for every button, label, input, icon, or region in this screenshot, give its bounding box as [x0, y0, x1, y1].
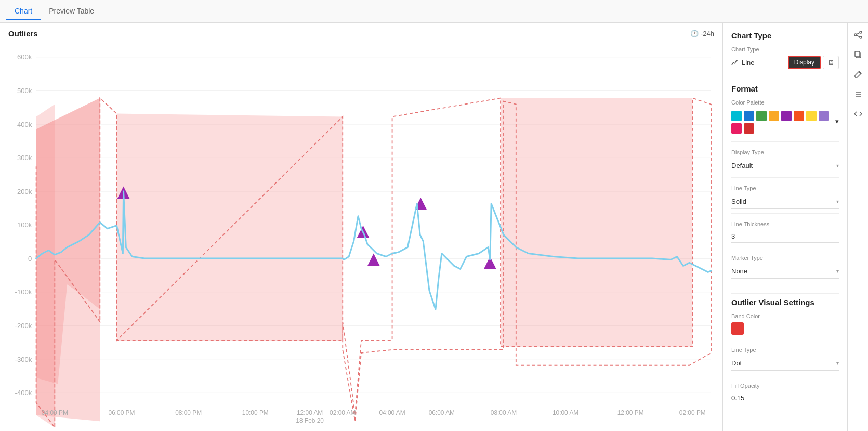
chart-svg-container: 600k 500k 400k 300k 200k 100k 0 -100k -2…	[8, 42, 714, 431]
format-line-type-select[interactable]: Solid ▾	[731, 194, 839, 209]
chart-type-section: Chart Type Chart Type Line Display 🖥	[731, 31, 839, 69]
band-color-swatch[interactable]	[731, 322, 744, 335]
display-button[interactable]: Display	[788, 56, 821, 69]
marker-type-chevron: ▾	[836, 268, 839, 274]
marker-type-label: Marker Type	[731, 255, 839, 261]
list-icon-btn[interactable]	[850, 86, 866, 102]
svg-text:08:00 AM: 08:00 AM	[491, 409, 517, 416]
svg-text:10:00 PM: 10:00 PM	[242, 409, 269, 416]
chart-type-buttons: Display 🖥	[788, 56, 839, 69]
outlier-line-type-value: Dot	[731, 359, 742, 367]
color-swatch-4[interactable]	[781, 111, 792, 121]
svg-text:100k: 100k	[17, 221, 32, 229]
svg-point-40	[860, 31, 862, 33]
svg-text:-300k: -300k	[15, 356, 32, 363]
clock-icon: 🕐	[690, 30, 699, 37]
tabs-bar: Chart Preview Table	[0, 0, 868, 23]
chart-area: Outliers 🕐 -24h 600k 500k 400k 300k 200k	[0, 23, 722, 431]
chart-timerange: 🕐 -24h	[690, 30, 714, 37]
display-type-select[interactable]: Default ▾	[731, 159, 839, 173]
chart-header: Outliers 🕐 -24h	[8, 29, 714, 38]
marker-type-value: None	[731, 267, 747, 275]
svg-text:12:00 AM: 12:00 AM	[297, 409, 323, 416]
chart-type-field-label: Chart Type	[731, 46, 839, 53]
tab-chart[interactable]: Chart	[6, 3, 41, 20]
settings-panel: Chart Type Chart Type Line Display 🖥	[723, 23, 847, 431]
svg-text:0: 0	[28, 255, 32, 263]
line-thickness-row: Line Thickness 3	[731, 221, 839, 247]
outlier-line-type-chevron: ▾	[836, 360, 839, 366]
line-thickness-label: Line Thickness	[731, 221, 839, 227]
svg-marker-24	[367, 254, 380, 266]
color-swatch-6[interactable]	[806, 111, 817, 121]
color-swatch-2[interactable]	[756, 111, 767, 121]
svg-text:600k: 600k	[17, 53, 32, 61]
code-icon-btn[interactable]	[850, 106, 866, 122]
chart-type-value: Line	[742, 59, 755, 67]
monitor-button[interactable]: 🖥	[823, 56, 839, 69]
color-swatch-0[interactable]	[731, 111, 742, 121]
svg-text:04:00 PM: 04:00 PM	[42, 409, 68, 416]
color-palette-swatches: ▾	[731, 109, 839, 137]
svg-text:04:00 AM: 04:00 AM	[379, 409, 405, 416]
color-palette-label: Color Palette	[731, 99, 839, 106]
color-swatch-8[interactable]	[731, 123, 742, 134]
tab-preview-table[interactable]: Preview Table	[41, 3, 102, 20]
right-panel: Chart Type Chart Type Line Display 🖥	[722, 23, 868, 431]
color-palette	[731, 111, 835, 134]
svg-text:500k: 500k	[17, 87, 32, 95]
svg-text:-200k: -200k	[15, 322, 32, 330]
side-icons	[847, 23, 868, 431]
color-swatch-7[interactable]	[819, 111, 829, 121]
list-icon	[854, 90, 862, 98]
outlier-line-type-select[interactable]: Dot ▾	[731, 356, 839, 371]
display-type-chevron: ▾	[836, 163, 839, 168]
color-palette-row: Color Palette	[731, 99, 839, 142]
svg-text:06:00 AM: 06:00 AM	[429, 409, 455, 416]
display-type-value: Default	[731, 162, 753, 169]
svg-text:10:00 AM: 10:00 AM	[553, 409, 578, 416]
svg-text:200k: 200k	[17, 188, 32, 195]
copy-icon	[854, 50, 862, 59]
marker-type-select[interactable]: None ▾	[731, 264, 839, 279]
fill-opacity-label: Fill Opacity	[731, 383, 839, 389]
edit-icon-btn[interactable]	[850, 67, 866, 82]
chart-type-left: Line	[731, 59, 755, 67]
svg-text:06:00 PM: 06:00 PM	[109, 409, 135, 416]
format-section: Format Color Palette	[731, 84, 839, 283]
color-swatch-9[interactable]	[744, 123, 754, 134]
share-icon-btn[interactable]	[850, 27, 866, 43]
format-line-type-value: Solid	[731, 198, 746, 205]
fill-opacity-value: 0.15	[731, 392, 839, 404]
format-title: Format	[731, 84, 839, 93]
svg-point-42	[860, 36, 862, 38]
format-line-type-row: Line Type Solid ▾	[731, 185, 839, 214]
svg-text:02:00 AM: 02:00 AM	[330, 409, 356, 416]
band-color-label: Band Color	[731, 313, 839, 319]
band-color-row: Band Color	[731, 313, 839, 339]
color-swatch-3[interactable]	[769, 111, 779, 121]
color-swatch-5[interactable]	[794, 111, 804, 121]
svg-text:-400k: -400k	[15, 389, 32, 397]
display-type-row: Display Type Default ▾	[731, 149, 839, 178]
svg-line-44	[857, 35, 860, 37]
outlier-line-type-row: Line Type Dot ▾	[731, 347, 839, 375]
color-swatch-1[interactable]	[744, 111, 754, 121]
code-icon	[854, 110, 862, 118]
chart-type-title: Chart Type	[731, 31, 839, 40]
main-content: Outliers 🕐 -24h 600k 500k 400k 300k 200k	[0, 23, 868, 431]
svg-rect-46	[855, 51, 860, 57]
svg-text:300k: 300k	[17, 154, 32, 162]
format-line-type-chevron: ▾	[836, 199, 839, 204]
timerange-value: -24h	[701, 30, 714, 37]
palette-chevron: ▾	[835, 117, 839, 125]
outlier-settings-title: Outlier Visual Settings	[731, 298, 839, 307]
display-type-label: Display Type	[731, 149, 839, 155]
svg-text:-100k: -100k	[15, 288, 32, 296]
svg-text:08:00 PM: 08:00 PM	[175, 409, 202, 416]
edit-icon	[854, 70, 862, 79]
chart-title: Outliers	[8, 29, 38, 38]
x-axis: 04:00 PM 06:00 PM 08:00 PM 10:00 PM 12:0…	[42, 409, 706, 424]
svg-text:400k: 400k	[17, 121, 32, 128]
copy-icon-btn[interactable]	[850, 47, 866, 62]
